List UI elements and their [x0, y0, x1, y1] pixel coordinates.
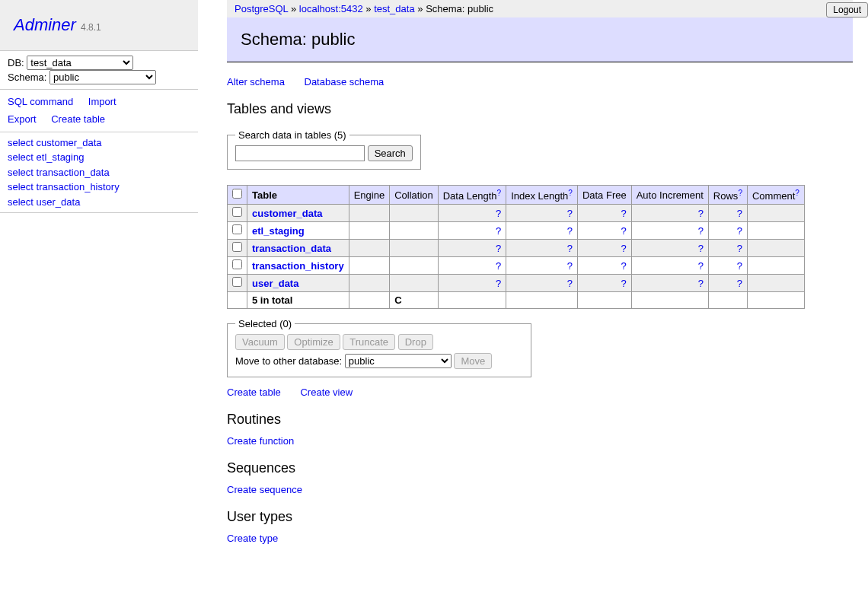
table-name-link[interactable]: transaction_data — [252, 243, 331, 254]
compute-link[interactable]: ? — [737, 260, 742, 272]
sidebar-table-link[interactable]: select customer_data — [8, 135, 190, 151]
create-view-link[interactable]: Create view — [300, 387, 353, 398]
table-row: transaction_history????? — [228, 257, 805, 275]
compute-link[interactable]: ? — [567, 225, 573, 237]
footer-total: 5 in total — [247, 292, 349, 309]
compute-link[interactable]: ? — [496, 243, 501, 254]
app-title: Adminer 4.8.1 — [0, 0, 198, 51]
col-collation[interactable]: Collation — [390, 186, 439, 205]
schema-select[interactable]: public — [49, 70, 156, 84]
help-icon[interactable]: ? — [795, 189, 799, 197]
breadcrumb-driver[interactable]: PostgreSQL — [235, 3, 288, 14]
database-schema-link[interactable]: Database schema — [305, 76, 385, 87]
compute-link[interactable]: ? — [496, 225, 501, 237]
table-row: user_data????? — [228, 275, 805, 292]
compute-link[interactable]: ? — [621, 208, 626, 219]
search-fieldset: Search data in tables (5) — [227, 129, 421, 170]
export-link[interactable]: Export — [8, 113, 37, 125]
breadcrumb-schema: Schema: public — [426, 3, 493, 14]
move-button[interactable] — [454, 353, 492, 369]
sidebar-table-link[interactable]: select user_data — [8, 195, 190, 210]
row-checkbox[interactable] — [232, 277, 242, 287]
compute-link[interactable]: ? — [567, 260, 573, 272]
breadcrumb-server[interactable]: localhost:5432 — [299, 3, 363, 14]
col-data-free[interactable]: Data Free — [577, 186, 631, 205]
logout-button[interactable] — [826, 2, 868, 17]
sidebar-links: SQL command Import Export Create table — [0, 90, 198, 132]
table-name-link[interactable]: user_data — [252, 278, 298, 289]
col-comment[interactable]: Comment? — [747, 186, 804, 205]
create-table-link-main[interactable]: Create table — [227, 387, 281, 398]
compute-link[interactable]: ? — [621, 260, 626, 272]
import-link[interactable]: Import — [88, 96, 116, 107]
create-table-link[interactable]: Create table — [51, 113, 105, 125]
compute-link[interactable]: ? — [496, 278, 501, 289]
col-engine[interactable]: Engine — [349, 186, 389, 205]
compute-link[interactable]: ? — [567, 278, 573, 289]
check-all[interactable] — [232, 189, 242, 199]
col-auto-increment[interactable]: Auto Increment — [631, 186, 708, 205]
schema-label: Schema: — [8, 72, 46, 83]
search-input[interactable] — [235, 145, 365, 161]
compute-link[interactable]: ? — [698, 278, 704, 289]
help-icon[interactable]: ? — [738, 189, 742, 197]
col-data-length[interactable]: Data Length? — [438, 186, 506, 205]
breadcrumb-db[interactable]: test_data — [374, 3, 415, 14]
create-sequence-link[interactable]: Create sequence — [227, 484, 302, 495]
sidebar-tables: select customer_data select etl_staging … — [0, 132, 198, 214]
db-label: DB: — [8, 57, 24, 68]
db-select[interactable]: test_data — [27, 56, 133, 70]
compute-link[interactable]: ? — [698, 208, 704, 219]
tables-table: Table Engine Collation Data Length? Inde… — [227, 185, 805, 309]
sql-command-link[interactable]: SQL command — [8, 96, 73, 107]
col-rows[interactable]: Rows? — [708, 186, 747, 205]
sequences-heading: Sequences — [227, 460, 853, 476]
compute-link[interactable]: ? — [698, 243, 704, 254]
compute-link[interactable]: ? — [737, 225, 742, 237]
move-target-select[interactable]: public — [345, 354, 452, 368]
breadcrumb: PostgreSQL » localhost:5432 » test_data … — [227, 0, 853, 17]
compute-link[interactable]: ? — [737, 243, 742, 254]
row-checkbox[interactable] — [232, 224, 242, 234]
search-legend: Search data in tables (5) — [235, 129, 349, 141]
table-name-link[interactable]: customer_data — [252, 208, 322, 219]
sidebar-table-link[interactable]: select transaction_history — [8, 180, 190, 195]
table-row: etl_staging????? — [228, 222, 805, 240]
optimize-button[interactable] — [287, 334, 340, 350]
vacuum-button[interactable] — [235, 334, 285, 350]
compute-link[interactable]: ? — [737, 208, 742, 219]
col-table[interactable]: Table — [247, 186, 349, 205]
table-name-link[interactable]: etl_staging — [252, 225, 305, 237]
sidebar-table-link[interactable]: select transaction_data — [8, 165, 190, 180]
compute-link[interactable]: ? — [621, 243, 626, 254]
compute-link[interactable]: ? — [737, 278, 742, 289]
row-checkbox[interactable] — [232, 242, 242, 252]
help-icon[interactable]: ? — [568, 189, 573, 197]
user-types-heading: User types — [227, 509, 853, 525]
create-type-link[interactable]: Create type — [227, 533, 278, 544]
drop-button[interactable] — [398, 334, 433, 350]
row-checkbox[interactable] — [232, 207, 242, 217]
sidebar: Adminer 4.8.1 DB: test_data Schema: publ… — [0, 0, 198, 213]
search-button[interactable] — [368, 145, 413, 161]
compute-link[interactable]: ? — [698, 260, 704, 272]
help-icon[interactable]: ? — [497, 189, 502, 197]
table-name-link[interactable]: transaction_history — [252, 260, 344, 272]
main-content: PostgreSQL » localhost:5432 » test_data … — [213, 0, 868, 585]
compute-link[interactable]: ? — [621, 225, 626, 237]
col-index-length[interactable]: Index Length? — [506, 186, 578, 205]
truncate-button[interactable] — [343, 334, 395, 350]
routines-heading: Routines — [227, 412, 853, 428]
compute-link[interactable]: ? — [567, 243, 573, 254]
create-function-link[interactable]: Create function — [227, 435, 294, 447]
alter-schema-link[interactable]: Alter schema — [227, 76, 285, 87]
app-title-link[interactable]: Adminer — [14, 15, 76, 34]
compute-link[interactable]: ? — [496, 260, 501, 272]
compute-link[interactable]: ? — [567, 208, 573, 219]
sidebar-table-link[interactable]: select etl_staging — [8, 150, 190, 165]
row-checkbox[interactable] — [232, 259, 242, 269]
page-title: Schema: public — [227, 17, 853, 62]
compute-link[interactable]: ? — [621, 278, 626, 289]
compute-link[interactable]: ? — [698, 225, 704, 237]
compute-link[interactable]: ? — [496, 208, 501, 219]
